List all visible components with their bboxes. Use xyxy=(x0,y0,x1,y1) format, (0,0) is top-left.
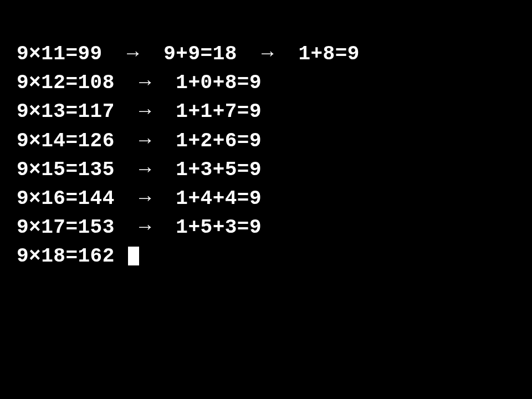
current-line[interactable]: 9×18=162 xyxy=(17,242,515,271)
terminal-output: 9×11=99 → 9+9=18 → 1+8=9 9×12=108 → 1+0+… xyxy=(17,48,515,355)
cursor-icon xyxy=(128,247,139,265)
current-text: 9×18=162 xyxy=(17,245,127,268)
output-line: 9×16=144 → 1+4+4=9 xyxy=(17,185,515,213)
output-line: 9×12=108 → 1+0+8=9 xyxy=(17,69,515,98)
output-line: 9×17=153 → 1+5+3=9 xyxy=(17,213,515,242)
output-line: 9×11=99 → 9+9=18 → 1+8=9 xyxy=(17,40,515,69)
output-line: 9×15=135 → 1+3+5=9 xyxy=(17,156,515,185)
output-line: 9×13=117 → 1+1+7=9 xyxy=(17,98,515,126)
output-line: 9×14=126 → 1+2+6=9 xyxy=(17,127,515,156)
